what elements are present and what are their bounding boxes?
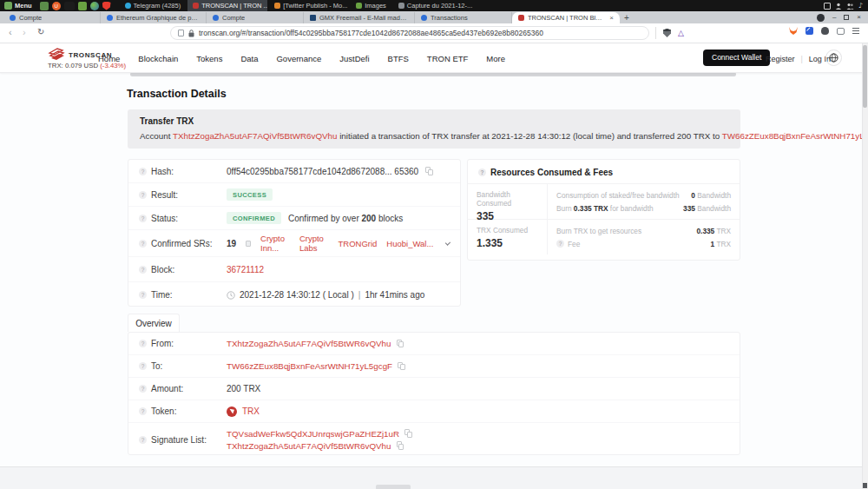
help-icon[interactable]: ?	[139, 436, 147, 444]
help-icon[interactable]: ?	[139, 240, 147, 248]
terminal-app-icon[interactable]	[64, 2, 75, 10]
trx-consumed-label: TRX Consumed	[477, 226, 538, 235]
privacy-shield-icon[interactable]	[663, 29, 671, 37]
help-icon[interactable]: ?	[139, 385, 147, 393]
tronlink-icon[interactable]	[806, 27, 813, 35]
user-tray-icon[interactable]	[835, 3, 842, 10]
folder-app-icon[interactable]	[78, 2, 87, 10]
tab-close-icon[interactable]: ×	[609, 14, 614, 22]
forward-button[interactable]: ›	[23, 27, 26, 37]
help-icon[interactable]: ?	[139, 191, 147, 199]
window-button-twitter[interactable]: [Twitter Publish - Mo...	[269, 0, 349, 11]
tab-label: Compte	[19, 14, 42, 22]
help-icon[interactable]: ?	[139, 168, 147, 175]
banner-to-address-link[interactable]: TW66zZEux8BqjBxnFeAsrWtNH71yL5gcgF	[722, 131, 868, 141]
clock-icon	[227, 291, 235, 300]
nav-tronetf[interactable]: TRON ETF	[427, 54, 469, 63]
new-tab-button[interactable]: +	[620, 12, 634, 23]
language-button[interactable]	[825, 50, 842, 66]
audio-tray-icon[interactable]: ♪	[858, 3, 863, 10]
signature-link-2[interactable]: TXhtzZogaZhA5utAF7AQiVf5BtWR6vQVhu	[227, 441, 391, 451]
tab-transactions[interactable]: Transactions	[415, 12, 512, 23]
nav-btfs[interactable]: BTFS	[388, 54, 409, 63]
bw-line1-unit: Bandwidth	[697, 191, 731, 200]
help-icon[interactable]: ?	[556, 240, 564, 248]
fee-num: 1	[711, 240, 715, 248]
window-button-tronscan[interactable]: TRONSCAN | TRON ...	[187, 0, 267, 11]
nav-justdefi[interactable]: JustDefi	[339, 54, 369, 63]
chevron-down-icon[interactable]	[445, 240, 450, 245]
help-icon[interactable]: ?	[139, 266, 147, 274]
reload-button[interactable]: ↻	[37, 27, 44, 36]
copy-from-icon[interactable]	[397, 340, 404, 348]
copy-to-icon[interactable]	[398, 362, 405, 371]
footer-element	[376, 485, 411, 489]
restore-button[interactable]	[844, 15, 849, 20]
sr-link-4[interactable]: Huobi_Wal...	[386, 239, 433, 248]
from-address-link[interactable]: TXhtzZogaZhA5utAF7AQiVf5BtWR6vQVhu	[227, 339, 391, 348]
ubuntu-app-icon[interactable]: U	[52, 2, 61, 10]
token-link[interactable]: TRX	[242, 406, 260, 416]
globe-app-icon[interactable]	[90, 2, 99, 10]
scrollbar-thumb[interactable]	[863, 45, 867, 108]
window-button-telegram[interactable]: Telegram (4285)	[120, 0, 187, 11]
tab-tronscan-active[interactable]: TRONSCAN | TRON BlockChain E ×	[512, 12, 620, 23]
files-app-icon[interactable]	[40, 2, 49, 10]
current-tab-icon[interactable]	[837, 28, 845, 35]
back-button[interactable]: ‹	[9, 27, 12, 37]
signature-link-1[interactable]: TQVsadWeFkw5QdXJUnrqswjGPaZHEZj1uR	[227, 429, 399, 439]
users-tray-icon[interactable]	[846, 3, 854, 10]
page-scrollbar[interactable]	[862, 43, 868, 489]
copy-signature-1-icon[interactable]	[404, 429, 412, 438]
page-footer	[0, 466, 868, 489]
close-window-button[interactable]: ×	[857, 11, 861, 23]
copy-signature-2-icon[interactable]	[397, 441, 404, 450]
bw-line2-pre: Burn	[556, 204, 574, 213]
help-icon[interactable]: ?	[139, 362, 147, 370]
overview-card: ?From: TXhtzZogaZhA5utAF7AQiVf5BtWR6vQVh…	[128, 332, 740, 455]
sr-link-3[interactable]: TRONGrid	[338, 239, 377, 248]
banner-from-address-link[interactable]: TXhtzZogaZhA5utAF7AQiVf5BtWR6vQVhu	[173, 131, 338, 141]
help-icon[interactable]: ?	[139, 215, 147, 222]
status-badge: CONFIRMED	[227, 212, 281, 224]
result-row: ?Result: SUCCESS	[128, 183, 460, 207]
metamask-icon[interactable]	[789, 27, 798, 35]
window-button-images[interactable]: Images	[351, 0, 391, 11]
time-value: 2021-12-28 14:30:12 ( Local )	[240, 290, 354, 300]
sr-link-2[interactable]: Crypto Labs	[299, 234, 329, 253]
help-icon[interactable]: ?	[139, 291, 147, 299]
nav-tokens[interactable]: Tokens	[196, 54, 222, 63]
sr-link-1[interactable]: Crypto Inn...	[260, 234, 290, 253]
browser-menu-icon[interactable]	[852, 28, 859, 34]
tab-favicon	[10, 15, 16, 21]
tab-gmx[interactable]: GMX Freemail - E-Mail made in Ger	[304, 12, 415, 23]
tab-ethereum[interactable]: Ethereum Graphique de prix (ETH)	[101, 12, 207, 23]
block-link[interactable]: 36721112	[227, 265, 264, 274]
nav-governance[interactable]: Governance	[276, 54, 321, 63]
adblock-triangle-icon[interactable]: △	[678, 29, 684, 37]
nav-more[interactable]: More	[486, 54, 505, 63]
brave-app-icon[interactable]	[102, 2, 111, 10]
help-icon[interactable]: ?	[139, 407, 147, 415]
nav-home[interactable]: Home	[98, 54, 120, 63]
register-link[interactable]: Register	[766, 55, 795, 63]
paw-extension-icon[interactable]	[821, 27, 829, 35]
minimize-button[interactable]: –	[832, 11, 836, 23]
os-system-tray: ♪	[824, 3, 868, 10]
tab-compte-1[interactable]: Compte	[3, 12, 101, 23]
address-bar[interactable]: tronscan.org/#/transaction/0ff54c0295bba…	[170, 26, 649, 40]
connect-wallet-button[interactable]: Connect Wallet	[703, 50, 770, 66]
tab-search-icon[interactable]	[817, 14, 825, 22]
os-menu-button[interactable]: Menu	[0, 0, 36, 11]
screenshot-tray-icon[interactable]	[824, 3, 831, 10]
help-icon[interactable]: ?	[478, 169, 486, 176]
copy-hash-icon[interactable]	[425, 167, 433, 175]
tab-overview[interactable]: Overview	[128, 314, 180, 332]
help-icon[interactable]: ?	[139, 340, 147, 347]
nav-data[interactable]: Data	[240, 54, 258, 63]
window-button-capture[interactable]: Capture du 2021-12-...	[393, 0, 473, 11]
tab-compte-2[interactable]: Compte	[207, 12, 304, 23]
auth-links: Register | Log In	[766, 55, 831, 63]
to-address-link[interactable]: TW66zZEux8BqjBxnFeAsrWtNH71yL5gcgF	[227, 361, 392, 371]
nav-blockchain[interactable]: Blockchain	[138, 54, 178, 63]
